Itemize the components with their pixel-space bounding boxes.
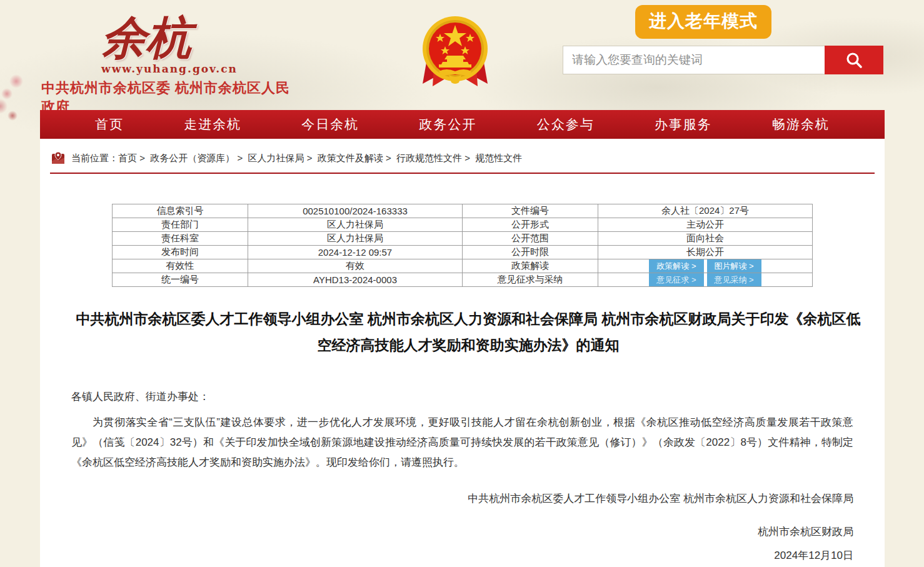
search-button[interactable] xyxy=(825,46,883,74)
nav-item-gov-affairs[interactable]: 政务公开 xyxy=(419,116,476,133)
opinion-adoption-button[interactable]: 意见采纳 > xyxy=(707,273,761,286)
info-label: 统一编号 xyxy=(113,273,248,287)
info-label: 公开范围 xyxy=(463,232,598,246)
info-value: 余人社〔2024〕27号 xyxy=(598,204,813,218)
site-header: 余杭 www.yuhang.gov.cn 中共杭州市余杭区委 杭州市余杭区人民政… xyxy=(0,0,924,110)
search-input[interactable] xyxy=(563,46,825,74)
info-label: 意见征求与采纳 xyxy=(463,273,598,287)
info-value: 002510100/2024-163333 xyxy=(248,204,463,218)
location-map-icon xyxy=(51,151,65,165)
breadcrumb-item-home[interactable]: 首页 xyxy=(118,153,150,163)
info-value: 主动公开 xyxy=(598,218,813,232)
info-label: 发布时间 xyxy=(113,246,248,259)
table-row: 统一编号 AYHD13-2024-0003 意见征求与采纳 意见征求 > 意见采… xyxy=(113,273,813,287)
opinion-cell: 意见征求 > 意见采纳 > xyxy=(598,273,813,287)
info-value: 区人力社保局 xyxy=(248,232,463,246)
info-value: AYHD13-2024-0003 xyxy=(248,273,463,287)
info-value: 2024-12-12 09:57 xyxy=(248,246,463,259)
page: 余杭 www.yuhang.gov.cn 中共杭州市余杭区委 杭州市余杭区人民政… xyxy=(0,0,924,567)
breadcrumb: 当前位置：首页政务公开（资源库）区人力社保局政策文件及解读行政规范性文件规范性文… xyxy=(50,139,875,174)
signature-line-1: 中共杭州市余杭区委人才工作领导小组办公室 杭州市余杭区人力资源和社会保障局 xyxy=(71,491,853,506)
breadcrumb-item-policy-docs[interactable]: 政策文件及解读 xyxy=(318,153,396,163)
breadcrumb-text: 当前位置：首页政务公开（资源库）区人力社保局政策文件及解读行政规范性文件规范性文… xyxy=(71,153,522,164)
info-label: 责任科室 xyxy=(113,232,248,246)
breadcrumb-item-admin-normative[interactable]: 行政规范性文件 xyxy=(396,153,475,163)
breadcrumb-item-gov-affairs[interactable]: 政务公开（资源库） xyxy=(150,153,248,163)
info-label: 政策解读 xyxy=(463,259,598,273)
info-value: 有效 xyxy=(248,259,463,273)
info-value: 区人力社保局 xyxy=(248,218,463,232)
opinion-solicitation-button[interactable]: 意见征求 > xyxy=(649,273,703,286)
table-row: 责任部门 区人力社保局 公开形式 主动公开 xyxy=(113,218,813,232)
site-logo[interactable]: 余杭 www.yuhang.gov.cn 中共杭州市余杭区委 杭州市余杭区人民政… xyxy=(41,14,304,116)
breadcrumb-item-normative[interactable]: 规范性文件 xyxy=(475,153,522,163)
table-row: 发布时间 2024-12-12 09:57 公开时限 长期公开 xyxy=(113,246,813,259)
logo-calligraphy-text: 余杭 xyxy=(41,14,304,61)
content-panel: 当前位置：首页政务公开（资源库）区人力社保局政策文件及解读行政规范性文件规范性文… xyxy=(40,139,885,567)
info-label: 公开时限 xyxy=(463,246,598,259)
nav-item-home[interactable]: 首页 xyxy=(95,116,124,133)
breadcrumb-item-hr-bureau[interactable]: 区人力社保局 xyxy=(248,153,318,163)
signature-line-2: 杭州市余杭区财政局 xyxy=(71,524,853,539)
info-label: 有效性 xyxy=(113,259,248,273)
image-interpretation-button[interactable]: 图片解读 > xyxy=(707,259,761,273)
policy-interpretation-cell: 政策解读 > 图片解读 > xyxy=(598,259,813,273)
info-label: 责任部门 xyxy=(113,218,248,232)
info-label: 公开形式 xyxy=(463,218,598,232)
document-article: 中共杭州市余杭区委人才工作领导小组办公室 杭州市余杭区人力资源和社会保障局 杭州… xyxy=(40,306,885,567)
policy-interpretation-button[interactable]: 政策解读 > xyxy=(649,259,703,273)
main-nav: 首页 走进余杭 今日余杭 政务公开 公众参与 办事服务 畅游余杭 xyxy=(40,110,885,139)
logo-url-text: www.yuhang.gov.cn xyxy=(41,63,304,75)
table-row: 有效性 有效 政策解读 政策解读 > 图片解读 > xyxy=(113,259,813,273)
breadcrumb-prefix: 当前位置： xyxy=(71,153,118,163)
salutation: 各镇人民政府、街道办事处： xyxy=(71,389,853,404)
national-emblem-icon xyxy=(418,14,493,90)
document-info-table: 信息索引号 002510100/2024-163333 文件编号 余人社〔202… xyxy=(112,204,813,287)
nav-item-public-participation[interactable]: 公众参与 xyxy=(537,116,595,133)
header-right-controls: 进入老年模式 xyxy=(563,5,883,74)
info-value: 长期公开 xyxy=(598,246,813,259)
search-icon xyxy=(845,51,863,69)
document-title: 中共杭州市余杭区委人才工作领导小组办公室 杭州市余杭区人力资源和社会保障局 杭州… xyxy=(71,306,865,358)
nav-item-today-yuhang[interactable]: 今日余杭 xyxy=(301,116,359,133)
search-bar xyxy=(563,46,883,74)
signature-date: 2024年12月10日 xyxy=(71,548,853,563)
nav-item-services[interactable]: 办事服务 xyxy=(655,116,712,133)
body-paragraph: 为贯彻落实全省“三支队伍”建设总体要求，进一步优化人才发展环境，更好吸引技能人才… xyxy=(71,413,853,473)
info-label: 文件编号 xyxy=(463,204,598,218)
info-value: 面向社会 xyxy=(598,232,813,246)
nav-item-tour-yuhang[interactable]: 畅游余杭 xyxy=(772,116,830,133)
table-row: 责任科室 区人力社保局 公开范围 面向社会 xyxy=(113,232,813,246)
elder-mode-button[interactable]: 进入老年模式 xyxy=(635,5,771,39)
info-label: 信息索引号 xyxy=(113,204,248,218)
table-row: 信息索引号 002510100/2024-163333 文件编号 余人社〔202… xyxy=(113,204,813,218)
nav-item-about-yuhang[interactable]: 走进余杭 xyxy=(184,116,241,133)
